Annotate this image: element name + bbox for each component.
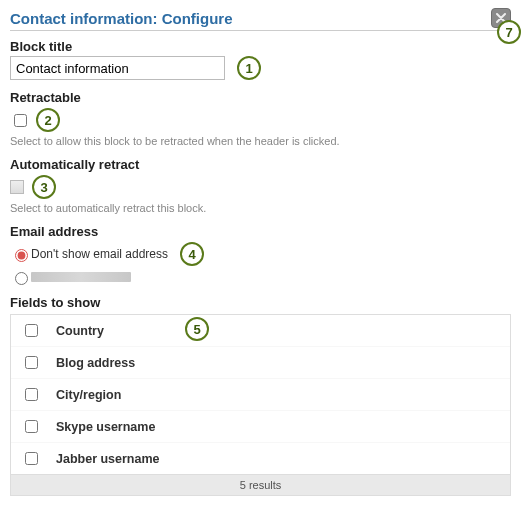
field-checkbox-country[interactable] [25, 324, 38, 337]
auto-retract-label: Automatically retract [10, 157, 511, 172]
email-option-redacted [31, 272, 131, 282]
dialog-titlebar: Contact information: Configure 7 [10, 8, 511, 31]
block-title-field: Block title 1 [10, 39, 511, 80]
block-title-input[interactable] [10, 56, 225, 80]
email-label: Email address [10, 224, 511, 239]
retractable-checkbox[interactable] [14, 114, 27, 127]
table-row: Skype username [11, 410, 510, 442]
field-label-jabber: Jabber username [56, 452, 160, 466]
field-label-skype: Skype username [56, 420, 155, 434]
dialog-title: Contact information: Configure [10, 10, 232, 27]
auto-retract-hint: Select to automatically retract this blo… [10, 202, 511, 214]
field-checkbox-skype[interactable] [25, 420, 38, 433]
callout-2: 2 [36, 108, 60, 132]
field-label-blog: Blog address [56, 356, 135, 370]
auto-retract-field: Automatically retract 3 Select to automa… [10, 157, 511, 214]
callout-3: 3 [32, 175, 56, 199]
auto-retract-checkbox [10, 180, 24, 194]
email-option-hide-label: Don't show email address [31, 247, 168, 261]
fields-footer: 5 results [11, 474, 510, 495]
field-label-city: City/region [56, 388, 121, 402]
retractable-field: Retractable 2 Select to allow this block… [10, 90, 511, 147]
fields-label: Fields to show [10, 295, 511, 310]
email-field: Email address Don't show email address 4 [10, 224, 511, 285]
field-label-country: Country [56, 324, 104, 338]
fields-to-show: Fields to show 5 Country Blog address Ci… [10, 295, 511, 496]
field-checkbox-city[interactable] [25, 388, 38, 401]
close-icon[interactable] [491, 8, 511, 28]
field-checkbox-blog[interactable] [25, 356, 38, 369]
table-row: Blog address [11, 346, 510, 378]
retractable-hint: Select to allow this block to be retract… [10, 135, 511, 147]
callout-1: 1 [237, 56, 261, 80]
table-row: City/region [11, 378, 510, 410]
table-row: Jabber username [11, 442, 510, 474]
block-title-label: Block title [10, 39, 511, 54]
table-row: Country [11, 315, 510, 346]
email-option-hide[interactable] [15, 249, 28, 262]
field-checkbox-jabber[interactable] [25, 452, 38, 465]
fields-table: Country Blog address City/region Skype u… [10, 314, 511, 496]
callout-4: 4 [180, 242, 204, 266]
email-option-show[interactable] [15, 272, 28, 285]
retractable-label: Retractable [10, 90, 511, 105]
